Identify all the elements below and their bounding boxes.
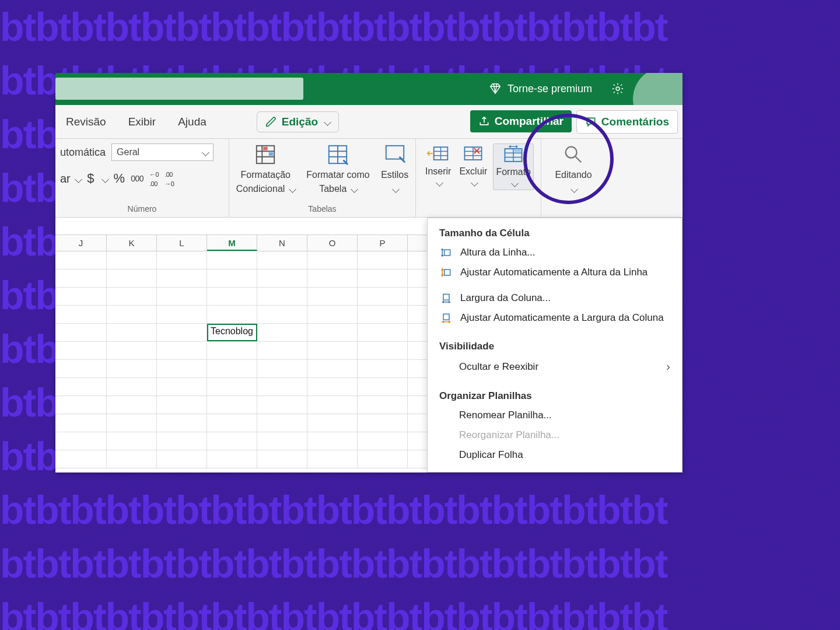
pencil-icon [265,116,277,128]
chevron-down-icon [323,116,330,128]
format-cells-button[interactable]: Formato [493,144,534,190]
ribbon-tabs: Revisão Exibir Ajuda Edição Compartilhar… [55,105,682,139]
editing-mode-label: Edição [282,116,318,128]
menu-column-width[interactable]: Largura da Coluna... [428,288,682,308]
col-O[interactable]: O [307,235,358,251]
ribbon-group-editing: Editando [541,139,606,217]
col-N[interactable]: N [257,235,307,251]
editing-mode-selector[interactable]: Edição [257,111,339,132]
ribbon-group-cells: Inserir Excluir [416,139,541,217]
title-bar: Torne-se premium [55,73,682,105]
col-L[interactable]: L [157,235,207,251]
svg-rect-27 [444,270,450,275]
chevron-down-icon [569,183,577,195]
thousands-button[interactable]: 000 [131,174,144,183]
number-format-value: Geral [117,147,139,158]
chevron-down-icon [201,147,208,158]
menu-hide-unhide[interactable]: Ocultar e Reexibir › [428,356,682,377]
number-format-selector[interactable]: Geral [111,144,214,161]
svg-rect-26 [444,250,450,256]
ribbon-group-number: utomática Geral ar $ % 000 ←0.00 .00→0 [55,139,229,217]
format-icon [502,145,525,164]
svg-rect-11 [386,146,403,159]
active-cell[interactable]: Tecnoblog [207,324,257,341]
svg-point-0 [616,87,620,90]
delete-cells-button[interactable]: Excluir [457,144,489,190]
svg-rect-5 [263,147,268,150]
editing-button[interactable]: Editando [555,144,592,195]
menu-duplicate-sheet[interactable]: Duplicar Folha [428,445,682,465]
group-label-number: Número [55,204,229,214]
share-button[interactable]: Compartilhar [470,110,572,132]
insert-cells-button[interactable]: Inserir [423,144,453,190]
comments-button[interactable]: Comentários [576,110,678,134]
col-P[interactable]: P [358,235,408,251]
format-dropdown-menu: Tamanho da Célula Altura da Linha... Aju… [427,218,682,473]
row-height-icon [440,247,452,258]
menu-row-height[interactable]: Altura da Linha... [428,243,682,262]
percent-button[interactable]: % [114,171,125,186]
decrease-decimal-button[interactable]: .00→0 [164,169,174,188]
chevron-down-icon [510,177,517,188]
chevron-down-icon [435,177,442,188]
group-label-tables: Tabelas [229,204,415,214]
chevron-down-icon [100,172,108,186]
col-J[interactable]: J [55,235,107,251]
cond-format-icon [254,144,276,166]
merge-fragment[interactable]: ar [60,172,81,186]
svg-rect-24 [514,150,521,152]
chevron-down-icon [470,177,477,188]
comment-icon [585,116,597,128]
svg-rect-28 [443,294,449,300]
increase-decimal-button[interactable]: ←0.00 [149,169,159,188]
col-width-icon [440,292,452,304]
gear-icon[interactable] [611,82,624,95]
share-label: Compartilhar [495,115,564,128]
chevron-down-icon [391,183,398,195]
tab-review[interactable]: Revisão [60,112,112,132]
menu-reorganize-sheet: Reorganizar Planilha... [428,425,682,445]
menu-section-sheets: Organizar Planilhas [428,386,682,405]
diamond-icon [489,82,502,95]
premium-button[interactable]: Torne-se premium [489,82,592,95]
delete-icon [461,145,485,163]
tab-view[interactable]: Exibir [123,112,162,132]
share-icon [478,116,490,127]
svg-point-25 [566,147,577,158]
chevron-right-icon: › [666,360,670,373]
menu-autofit-row-height[interactable]: Ajustar Automaticamente a Altura da Linh… [428,262,682,282]
col-K[interactable]: K [107,235,157,251]
menu-section-cell-size: Tamanho da Célula [428,223,682,243]
search-box[interactable] [55,78,303,100]
autofit-row-icon [440,267,452,278]
tab-help[interactable]: Ajuda [172,112,212,132]
autofit-col-icon [440,312,452,324]
styles-icon [384,144,406,166]
comments-label: Comentários [601,116,669,128]
ribbon: utomática Geral ar $ % 000 ←0.00 .00→0 [55,139,682,218]
conditional-formatting-button[interactable]: Formatação Condicional [236,144,295,195]
svg-rect-29 [443,314,449,320]
insert-icon [426,145,450,163]
search-icon [562,144,584,166]
premium-label: Torne-se premium [508,83,592,95]
wrap-text-fragment[interactable]: utomática [60,146,106,159]
excel-window: Torne-se premium Revisão Exibir Ajuda Ed… [55,73,682,473]
svg-rect-6 [269,152,274,156]
table-icon [327,144,349,166]
format-as-table-button[interactable]: Formatar como Tabela [306,144,369,195]
menu-autofit-column-width[interactable]: Ajustar Automaticamente a Largura da Col… [428,308,682,328]
cell-styles-button[interactable]: Estilos [381,144,408,195]
col-M[interactable]: M [207,235,257,251]
menu-rename-sheet[interactable]: Renomear Planilha... [428,405,682,425]
ribbon-group-tables: Formatação Condicional Formatar como Tab… [229,139,416,217]
currency-button[interactable]: $ [87,171,94,186]
menu-section-visibility: Visibilidade [428,336,682,356]
